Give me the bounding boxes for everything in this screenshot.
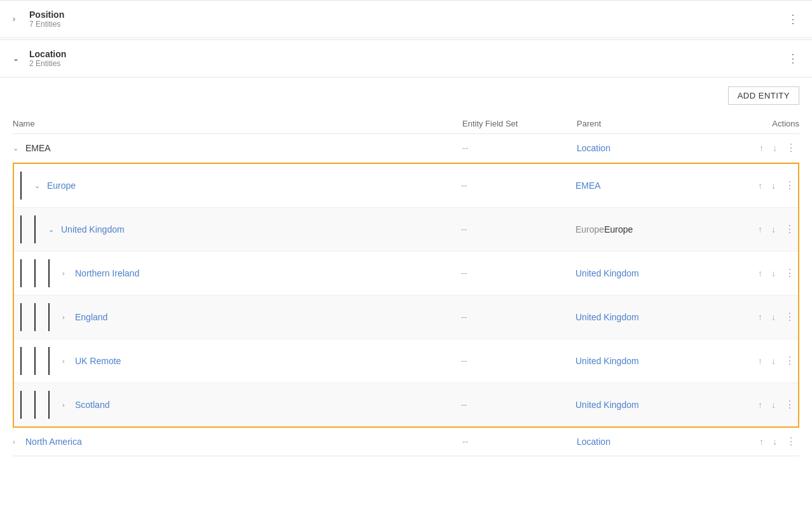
scotland-up-button[interactable]: ↑ <box>755 398 765 411</box>
ni-actions: ↑ ↓ ⋮ <box>703 267 798 280</box>
ni-more-button[interactable]: ⋮ <box>782 267 798 280</box>
ukremote-parent[interactable]: United Kingdom <box>575 356 639 366</box>
uk-parent[interactable]: Europe <box>575 224 604 234</box>
ukremote-down-button[interactable]: ↓ <box>769 355 778 367</box>
na-more-button[interactable]: ⋮ <box>783 435 799 448</box>
na-name-cell: › North America <box>13 437 462 447</box>
col-header-parent: Parent <box>577 119 704 128</box>
scotland-connector-1 <box>20 391 24 419</box>
europe-name[interactable]: Europe <box>47 180 76 191</box>
england-up-button[interactable]: ↑ <box>755 311 765 323</box>
position-more-button[interactable]: ⋮ <box>787 13 799 25</box>
uk-chevron-icon[interactable]: ⌄ <box>48 226 57 234</box>
scotland-more-button[interactable]: ⋮ <box>782 398 798 411</box>
england-field-set: -- <box>461 312 575 322</box>
ukremote-name[interactable]: UK Remote <box>75 356 121 366</box>
europe-up-button[interactable]: ↑ <box>755 179 765 192</box>
europe-name-cell: ⌄ Europe <box>14 172 461 200</box>
england-more-button[interactable]: ⋮ <box>782 311 798 323</box>
page-wrapper: › Position 7 Entities ⋮ ⌄ Location 2 Ent… <box>0 0 812 530</box>
ukremote-chevron-icon[interactable]: › <box>62 357 71 365</box>
position-title: Position <box>29 10 64 20</box>
table-row: › North America -- Location ↑ ↓ ⋮ <box>13 428 799 456</box>
europe-more-button[interactable]: ⋮ <box>782 179 798 192</box>
uk-up-button[interactable]: ↑ <box>755 223 765 236</box>
na-actions: ↑ ↓ ⋮ <box>704 435 799 448</box>
scotland-parent[interactable]: United Kingdom <box>575 400 639 410</box>
location-header-left: ⌄ Location 2 Entities <box>13 49 66 68</box>
na-name[interactable]: North America <box>25 437 82 447</box>
uk-down-button[interactable]: ↓ <box>769 223 778 236</box>
add-entity-button[interactable]: ADD ENTITY <box>728 86 799 105</box>
ukremote-field-set: -- <box>461 356 575 366</box>
europe-actions: ↑ ↓ ⋮ <box>703 179 798 192</box>
europe-chevron-icon[interactable]: ⌄ <box>34 182 43 190</box>
emea-down-button[interactable]: ↓ <box>770 142 780 154</box>
europe-field-set: -- <box>461 180 575 191</box>
position-expand-icon[interactable]: › <box>13 15 23 24</box>
location-title-block: Location 2 Entities <box>29 49 66 68</box>
england-name[interactable]: England <box>75 312 107 322</box>
position-title-block: Position 7 Entities <box>29 10 64 29</box>
na-up-button[interactable]: ↑ <box>757 435 766 448</box>
emea-actions: ↑ ↓ ⋮ <box>704 142 799 154</box>
table-row: › UK Remote -- United Kingdom ↑ ↓ ⋮ <box>14 339 798 383</box>
ni-chevron-icon[interactable]: › <box>62 269 71 277</box>
table-body: ⌄ EMEA -- Location ↑ ↓ ⋮ ⌄ E <box>13 134 799 456</box>
ni-name-cell: › Northern Ireland <box>14 259 461 287</box>
location-more-button[interactable]: ⋮ <box>787 53 799 64</box>
emea-name: EMEA <box>25 143 51 153</box>
table-row: ⌄ EMEA -- Location ↑ ↓ ⋮ <box>13 134 799 163</box>
add-entity-bar: ADD ENTITY <box>13 78 799 114</box>
scotland-actions: ↑ ↓ ⋮ <box>703 398 798 411</box>
table-row: ⌄ Europe -- EMEA ↑ ↓ ⋮ <box>14 164 798 208</box>
na-parent[interactable]: Location <box>577 437 610 447</box>
emea-chevron-icon[interactable]: ⌄ <box>13 144 22 153</box>
europe-connector <box>20 172 24 200</box>
europe-down-button[interactable]: ↓ <box>769 179 778 192</box>
location-section-header: ⌄ Location 2 Entities ⋮ <box>0 39 812 78</box>
emea-parent[interactable]: Location <box>577 143 610 153</box>
table-row: › England -- United Kingdom ↑ ↓ ⋮ <box>14 296 798 339</box>
ni-up-button[interactable]: ↑ <box>755 267 765 280</box>
table-row: › Scotland -- United Kingdom ↑ ↓ ⋮ <box>14 383 798 426</box>
ni-connector-1 <box>20 259 24 287</box>
uk-field-set: -- <box>461 224 575 234</box>
europe-parent[interactable]: EMEA <box>575 180 601 191</box>
england-connector-3 <box>48 303 52 331</box>
ni-field-set: -- <box>461 268 575 278</box>
england-name-cell: › England <box>14 303 461 331</box>
uk-actions: ↑ ↓ ⋮ <box>703 223 798 236</box>
england-down-button[interactable]: ↓ <box>769 311 778 323</box>
position-section-header: › Position 7 Entities ⋮ <box>0 0 812 38</box>
na-chevron-icon[interactable]: › <box>13 438 22 445</box>
emea-up-button[interactable]: ↑ <box>757 142 766 154</box>
ukremote-more-button[interactable]: ⋮ <box>782 355 798 367</box>
ni-down-button[interactable]: ↓ <box>769 267 778 280</box>
table-header: Name Entity Field Set Parent Actions <box>13 114 799 134</box>
highlighted-box: ⌄ Europe -- EMEA ↑ ↓ ⋮ <box>13 163 799 428</box>
uk-name[interactable]: United Kingdom <box>61 224 125 234</box>
table-row: ⌄ United Kingdom -- EuropeEurope ↑ ↓ ⋮ <box>14 208 798 252</box>
scotland-down-button[interactable]: ↓ <box>769 398 778 411</box>
uk-connector-2 <box>34 215 38 243</box>
col-header-name: Name <box>13 119 462 128</box>
location-title: Location <box>29 49 66 59</box>
location-expand-icon[interactable]: ⌄ <box>13 54 23 63</box>
ukremote-actions: ↑ ↓ ⋮ <box>703 355 798 367</box>
england-parent[interactable]: United Kingdom <box>575 312 639 322</box>
na-down-button[interactable]: ↓ <box>770 435 780 448</box>
emea-more-button[interactable]: ⋮ <box>783 142 799 154</box>
ni-parent[interactable]: United Kingdom <box>575 268 639 278</box>
ukremote-name-cell: › UK Remote <box>14 347 461 375</box>
scotland-name[interactable]: Scotland <box>75 400 109 410</box>
scotland-chevron-icon[interactable]: › <box>62 401 71 409</box>
ukremote-connector-1 <box>20 347 24 375</box>
ukremote-up-button[interactable]: ↑ <box>755 355 765 367</box>
uk-more-button[interactable]: ⋮ <box>782 223 798 236</box>
england-chevron-icon[interactable]: › <box>62 313 71 321</box>
position-header-left: › Position 7 Entities <box>13 10 64 29</box>
table-area: ADD ENTITY Name Entity Field Set Parent … <box>0 78 812 456</box>
uk-connector-1 <box>20 215 24 243</box>
ni-name[interactable]: Northern Ireland <box>75 268 139 278</box>
